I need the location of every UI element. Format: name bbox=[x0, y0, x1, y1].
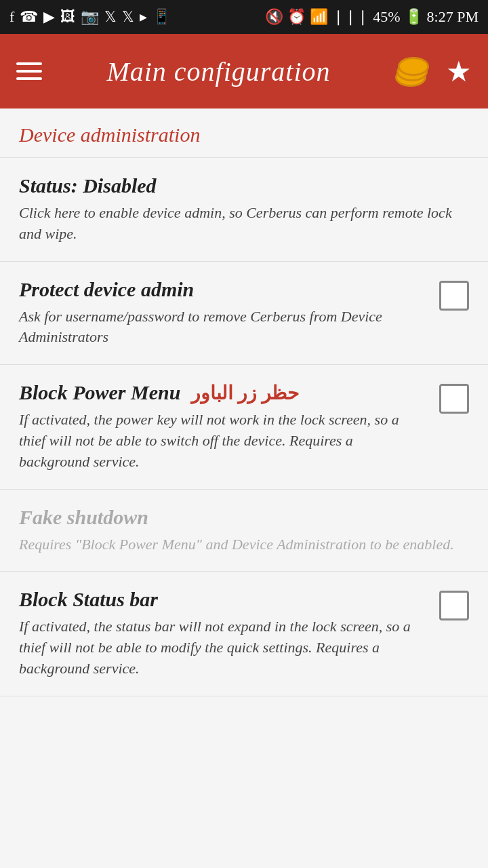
pushbullet-icon: ▸ bbox=[140, 8, 147, 26]
block-power-menu-title-ar: حظر زر الباور bbox=[191, 382, 299, 404]
hamburger-line-2 bbox=[16, 70, 42, 73]
youtube-icon: ▶ bbox=[43, 8, 55, 26]
block-power-menu-text: Block Power Menu حظر زر الباور If activa… bbox=[19, 381, 439, 472]
protect-device-admin-title: Protect device admin bbox=[19, 278, 426, 301]
content-area: Device administration Status: Disabled C… bbox=[0, 108, 488, 696]
block-status-bar-text: Block Status bar If activated, the statu… bbox=[19, 588, 439, 679]
whatsapp-icon: ☎ bbox=[20, 8, 38, 26]
fake-shutdown-text: Fake shutdown Requires "Block Power Menu… bbox=[19, 506, 469, 555]
block-power-menu-checkbox[interactable] bbox=[439, 384, 469, 414]
hamburger-line-3 bbox=[16, 77, 42, 80]
block-status-bar-title: Block Status bar bbox=[19, 588, 426, 611]
block-power-menu-desc: If activated, the power key will not wor… bbox=[19, 410, 426, 472]
protect-device-admin-text: Protect device admin Ask for username/pa… bbox=[19, 278, 439, 349]
status-title: Status: Disabled bbox=[19, 174, 469, 197]
battery-icon: 🔋 bbox=[405, 8, 423, 26]
mute-icon: 🔇 bbox=[265, 8, 283, 26]
coins-icon[interactable] bbox=[395, 56, 432, 87]
section-title: Device administration bbox=[19, 123, 469, 146]
star-button[interactable]: ★ bbox=[446, 55, 472, 88]
alarm-icon: ⏰ bbox=[287, 8, 306, 26]
status-bar-left: f ☎ ▶ 🖼 📷 𝕏 𝕏 ▸ 📱 bbox=[9, 8, 171, 26]
signal-icon: ❘❘❘ bbox=[332, 8, 369, 26]
coin-3 bbox=[398, 57, 429, 76]
protect-device-admin-item[interactable]: Protect device admin Ask for username/pa… bbox=[0, 262, 488, 366]
block-status-bar-desc: If activated, the status bar will not ex… bbox=[19, 616, 426, 679]
twitter1-icon: 𝕏 bbox=[104, 8, 117, 26]
status-bar-right: 🔇 ⏰ 📶 ❘❘❘ 45% 🔋 8:27 PM bbox=[265, 8, 479, 26]
fake-shutdown-desc: Requires "Block Power Menu" and Device A… bbox=[19, 534, 455, 555]
time-display: 8:27 PM bbox=[427, 8, 479, 26]
gallery-icon: 🖼 bbox=[60, 8, 75, 26]
facebook-icon: f bbox=[9, 8, 14, 26]
protect-device-admin-checkbox[interactable] bbox=[439, 281, 469, 311]
section-device-administration: Device administration bbox=[0, 108, 488, 158]
block-power-menu-item[interactable]: Block Power Menu حظر زر الباور If activa… bbox=[0, 365, 488, 489]
phone-icon: 📱 bbox=[152, 8, 171, 26]
status-bar: f ☎ ▶ 🖼 📷 𝕏 𝕏 ▸ 📱 🔇 ⏰ 📶 ❘❘❘ 45% 🔋 8:27 P… bbox=[0, 0, 488, 34]
menu-button[interactable] bbox=[16, 62, 42, 80]
block-power-menu-title-en: Block Power Menu bbox=[19, 381, 180, 404]
camera-icon: 📷 bbox=[81, 8, 99, 26]
block-status-bar-checkbox[interactable] bbox=[439, 591, 469, 620]
battery-text: 45% bbox=[373, 8, 400, 26]
app-bar: Main configuration ★ bbox=[0, 34, 488, 108]
block-power-menu-title-row: Block Power Menu حظر زر الباور bbox=[19, 381, 426, 404]
app-bar-title: Main configuration bbox=[106, 56, 330, 87]
hamburger-line-1 bbox=[16, 62, 42, 65]
status-item[interactable]: Status: Disabled Click here to enable de… bbox=[0, 158, 488, 262]
app-bar-actions: ★ bbox=[395, 55, 472, 88]
block-status-bar-item[interactable]: Block Status bar If activated, the statu… bbox=[0, 572, 488, 696]
protect-device-admin-desc: Ask for username/password to remove Cerb… bbox=[19, 307, 426, 349]
status-desc: Click here to enable device admin, so Ce… bbox=[19, 203, 469, 245]
fake-shutdown-item: Fake shutdown Requires "Block Power Menu… bbox=[0, 490, 488, 572]
twitter2-icon: 𝕏 bbox=[122, 8, 134, 26]
fake-shutdown-title: Fake shutdown bbox=[19, 506, 455, 529]
wifi-icon: 📶 bbox=[310, 8, 328, 26]
